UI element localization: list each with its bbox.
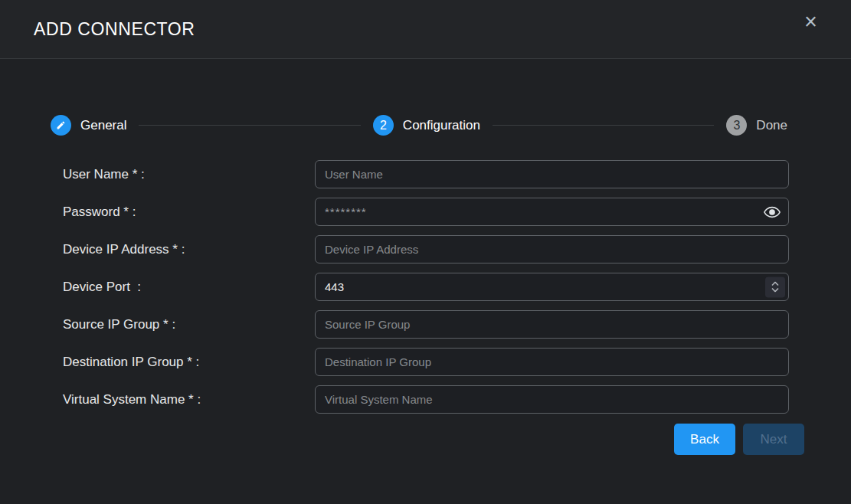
source-ip-group-label: Source IP Group * : xyxy=(63,317,315,332)
dialog-title: ADD CONNECTOR xyxy=(34,19,195,40)
step-connector xyxy=(493,125,714,126)
device-port-input-wrap xyxy=(315,273,789,301)
step-done-indicator: 3 xyxy=(726,115,747,136)
virtual-system-name-input-wrap xyxy=(315,385,789,414)
step-done-label: Done xyxy=(756,118,787,133)
password-input[interactable] xyxy=(315,198,789,226)
device-port-input[interactable] xyxy=(315,273,789,301)
username-input-wrap xyxy=(315,160,789,188)
virtual-system-name-input[interactable] xyxy=(315,385,789,414)
destination-ip-group-input[interactable] xyxy=(315,348,789,376)
username-label: User Name * : xyxy=(63,167,315,182)
source-ip-group-input-wrap xyxy=(315,310,789,339)
source-ip-group-input[interactable] xyxy=(315,310,789,339)
dialog-header: ADD CONNECTOR × xyxy=(0,0,851,59)
form-row-source-ip-group: Source IP Group * : xyxy=(63,310,789,339)
username-input[interactable] xyxy=(315,160,789,188)
form-row-password: Password * : xyxy=(63,198,789,226)
form-row-destination-ip-group: Destination IP Group * : xyxy=(63,348,789,376)
destination-ip-group-label: Destination IP Group * : xyxy=(63,355,315,370)
configuration-form: User Name * : Password * : Device IP Add… xyxy=(63,160,789,423)
back-button[interactable]: Back xyxy=(674,424,735,455)
wizard-stepper: General 2 Configuration 3 Done xyxy=(51,115,787,136)
destination-ip-group-input-wrap xyxy=(315,348,789,376)
footer-actions: Back Next xyxy=(674,424,804,455)
eye-icon[interactable] xyxy=(764,205,781,219)
pencil-icon xyxy=(56,120,66,130)
next-button[interactable]: Next xyxy=(743,424,804,455)
form-row-device-port: Device Port : xyxy=(63,273,789,301)
add-connector-dialog: { "dialog": { "title": "ADD CONNECTOR", … xyxy=(0,0,851,504)
password-input-wrap xyxy=(315,198,789,226)
form-row-device-ip: Device IP Address * : xyxy=(63,235,789,263)
step-general-indicator xyxy=(51,115,71,136)
chevron-down-icon xyxy=(771,288,779,293)
step-done[interactable]: 3 Done xyxy=(726,115,787,136)
device-ip-input-wrap xyxy=(315,235,789,263)
step-general-label: General xyxy=(80,118,126,133)
chevron-up-icon xyxy=(771,282,779,286)
form-row-virtual-system-name: Virtual System Name * : xyxy=(63,385,789,414)
form-row-username: User Name * : xyxy=(63,160,789,188)
step-configuration[interactable]: 2 Configuration xyxy=(373,115,480,136)
step-configuration-indicator: 2 xyxy=(373,115,394,136)
password-label: Password * : xyxy=(63,205,315,220)
step-connector xyxy=(139,125,360,126)
step-general[interactable]: General xyxy=(51,115,126,136)
virtual-system-name-label: Virtual System Name * : xyxy=(63,392,315,407)
step-configuration-label: Configuration xyxy=(403,118,480,133)
number-stepper[interactable] xyxy=(765,277,785,297)
close-icon[interactable]: × xyxy=(804,11,817,33)
device-port-label: Device Port : xyxy=(63,280,315,295)
device-ip-label: Device IP Address * : xyxy=(63,242,315,257)
device-ip-input[interactable] xyxy=(315,235,789,263)
